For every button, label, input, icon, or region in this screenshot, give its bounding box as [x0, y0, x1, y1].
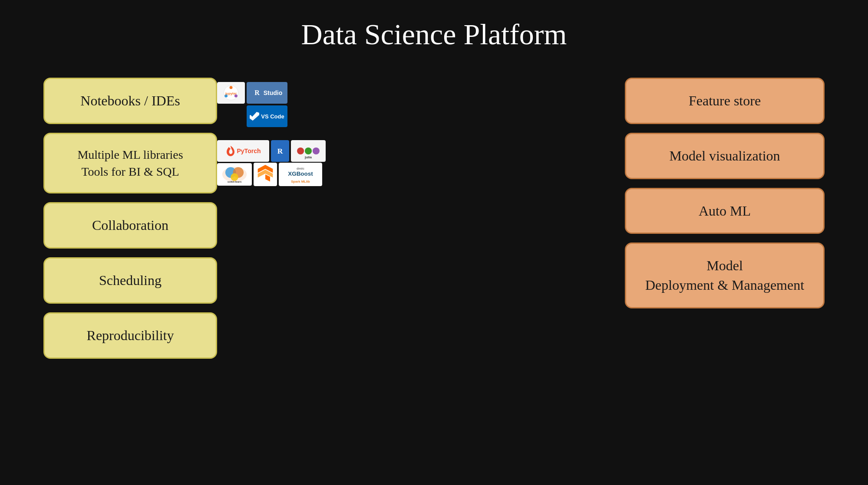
julia-logo: julia — [291, 140, 326, 162]
vscode-logo: VS Code — [247, 105, 287, 127]
svg-point-15 — [313, 147, 320, 154]
svg-point-14 — [305, 147, 312, 154]
ml-libraries-box: Multiple ML librariesTools for BI & SQL — [43, 133, 217, 193]
left-column: Notebooks / IDEs Multiple ML librariesTo… — [43, 78, 217, 359]
svg-point-21 — [231, 173, 238, 181]
page-title: Data Science Platform — [301, 17, 567, 52]
svg-point-13 — [297, 147, 304, 154]
logos-column: jupyter R Studio — [217, 78, 356, 186]
tensorflow-logo — [254, 163, 277, 186]
reproducibility-box: Reproducibility — [43, 312, 217, 359]
right-column: Feature store Model visualization Auto M… — [625, 78, 825, 308]
svg-text:XGBoost: XGBoost — [288, 170, 313, 177]
pytorch-logo: PyTorch — [217, 140, 269, 162]
svg-point-1 — [230, 86, 233, 89]
svg-text:jupyter: jupyter — [225, 92, 237, 95]
feature-store-box: Feature store — [625, 78, 825, 124]
sklearn-logo: scikit-learn — [217, 163, 252, 186]
ide-logos-row2: VS Code — [217, 105, 356, 127]
svg-text:R: R — [277, 147, 283, 155]
page-container: Data Science Platform Notebooks / IDEs M… — [0, 0, 868, 485]
ide-logos-group: jupyter R Studio — [217, 82, 356, 127]
main-content: Notebooks / IDEs Multiple ML librariesTo… — [26, 78, 842, 359]
scheduling-box: Scheduling — [43, 257, 217, 304]
svg-text:scikit-learn: scikit-learn — [228, 180, 242, 183]
ide-logos-row1: jupyter R Studio — [217, 82, 356, 104]
svg-text:R: R — [254, 89, 260, 96]
svg-point-9 — [231, 147, 233, 149]
model-deployment-box: ModelDeployment & Management — [625, 242, 825, 308]
model-visualization-box: Model visualization — [625, 133, 825, 179]
svg-text:Spark MLlib: Spark MLlib — [291, 180, 310, 184]
ml-logos-row2: scikit-learn — [217, 163, 356, 186]
auto-ml-box: Auto ML — [625, 188, 825, 234]
notebooks-box: Notebooks / IDEs — [43, 78, 217, 124]
xgboost-logo: dmlc XGBoost Spark MLlib — [279, 163, 322, 186]
svg-text:julia: julia — [304, 155, 312, 159]
ml-logos-group: PyTorch R — [217, 140, 356, 186]
rstudio-logo: R Studio — [247, 82, 287, 104]
ml-logos-row1: PyTorch R — [217, 140, 356, 162]
jupyter-logo: jupyter — [217, 82, 245, 104]
collaboration-box: Collaboration — [43, 202, 217, 249]
r-lang-logo: R — [271, 140, 289, 162]
